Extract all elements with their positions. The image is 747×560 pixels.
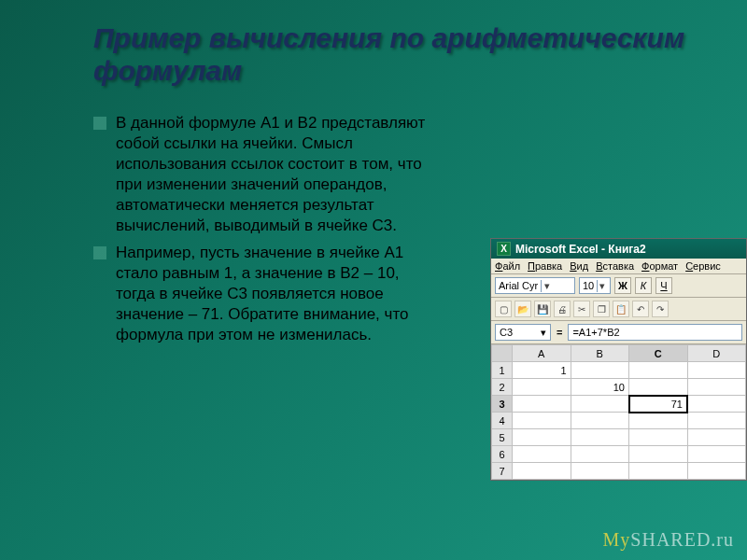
bullet-text: Например, пусть значение в ячейке А1 ста…: [116, 243, 430, 345]
cell[interactable]: [687, 362, 746, 379]
cell[interactable]: [571, 463, 629, 480]
paste-icon[interactable]: 📋: [613, 301, 629, 317]
formula-value: =A1+7*B2: [572, 327, 619, 338]
cell[interactable]: [687, 446, 746, 463]
copy-icon[interactable]: ❐: [593, 301, 610, 317]
watermark-my: My: [603, 529, 631, 550]
chevron-down-icon: ▾: [541, 327, 546, 339]
row-header[interactable]: 2: [492, 379, 513, 396]
cell[interactable]: [687, 396, 746, 413]
save-icon[interactable]: 💾: [534, 301, 551, 317]
slide-title: Пример вычисления по арифметическим форм…: [93, 22, 710, 87]
excel-formula-bar: C3 ▾ = =A1+7*B2: [491, 321, 746, 344]
bullet-item: Например, пусть значение в ячейке А1 ста…: [93, 243, 430, 345]
undo-icon[interactable]: ↶: [632, 301, 649, 317]
bullet-text: В данной формуле А1 и В2 представляют со…: [116, 113, 430, 237]
menu-view[interactable]: Вид: [570, 260, 588, 272]
new-icon[interactable]: ▢: [495, 301, 512, 317]
menu-format[interactable]: Формат: [641, 260, 678, 272]
cell[interactable]: [571, 362, 629, 379]
cell[interactable]: [513, 463, 571, 480]
underline-button[interactable]: Ч: [655, 277, 672, 294]
cell[interactable]: [513, 429, 571, 446]
cell[interactable]: 10: [571, 379, 629, 396]
italic-button[interactable]: К: [635, 277, 652, 294]
col-header-d[interactable]: D: [687, 345, 746, 362]
row-header[interactable]: 3: [492, 396, 513, 413]
cell-selected[interactable]: 71: [629, 396, 688, 413]
open-icon[interactable]: 📂: [514, 301, 531, 317]
cell[interactable]: [687, 463, 746, 480]
excel-window: X Microsoft Excel - Книга2 Файл Правка В…: [490, 238, 747, 481]
cell[interactable]: [629, 379, 688, 396]
cell[interactable]: 1: [513, 362, 571, 379]
redo-icon[interactable]: ↷: [652, 301, 669, 317]
cell[interactable]: [629, 446, 688, 463]
cell[interactable]: [571, 413, 629, 429]
excel-standard-toolbar: ▢ 📂 💾 🖨 ✂ ❐ 📋 ↶ ↷: [491, 298, 746, 321]
print-icon[interactable]: 🖨: [554, 301, 571, 317]
menu-edit[interactable]: Правка: [528, 260, 562, 272]
name-box[interactable]: C3 ▾: [495, 324, 551, 341]
select-all-corner[interactable]: [492, 345, 513, 362]
bullet-marker-icon: [93, 246, 106, 259]
watermark-rest: SHARED.ru: [630, 529, 734, 550]
cell[interactable]: [629, 362, 688, 379]
cell[interactable]: [629, 413, 688, 429]
excel-format-bar: Arial Cyr▾ 10▾ Ж К Ч: [491, 274, 746, 298]
cell[interactable]: [687, 379, 746, 396]
cell[interactable]: [629, 429, 688, 446]
col-header-b[interactable]: B: [571, 345, 629, 362]
excel-titlebar: X Microsoft Excel - Книга2: [491, 239, 746, 259]
row-header[interactable]: 4: [492, 413, 513, 429]
cell[interactable]: [571, 446, 629, 463]
col-header-a[interactable]: A: [513, 345, 571, 362]
chevron-down-icon: ▾: [541, 280, 552, 292]
cell[interactable]: [513, 446, 571, 463]
cell[interactable]: [629, 463, 688, 480]
cell[interactable]: [571, 429, 629, 446]
slide: Пример вычисления по арифметическим форм…: [0, 0, 747, 560]
cell[interactable]: [513, 396, 571, 413]
row-header[interactable]: 1: [492, 362, 513, 379]
menu-insert[interactable]: Вставка: [596, 260, 634, 272]
font-name-value: Arial Cyr: [499, 280, 538, 291]
watermark: MySHARED.ru: [603, 529, 734, 551]
cell[interactable]: [687, 429, 746, 446]
bullet-marker-icon: [93, 117, 106, 130]
row-header[interactable]: 5: [492, 429, 513, 446]
row-header[interactable]: 7: [492, 463, 513, 480]
font-size-value: 10: [583, 280, 594, 291]
equals-icon: =: [557, 327, 562, 338]
excel-app-icon: X: [497, 242, 511, 256]
menu-file[interactable]: Файл: [495, 260, 520, 272]
cut-icon[interactable]: ✂: [573, 301, 590, 317]
text-column: В данной формуле А1 и В2 представляют со…: [93, 113, 430, 351]
row-header[interactable]: 6: [492, 446, 513, 463]
excel-title: Microsoft Excel - Книга2: [515, 243, 646, 256]
col-header-c[interactable]: C: [629, 345, 688, 362]
font-name-combo[interactable]: Arial Cyr▾: [495, 277, 575, 294]
font-size-combo[interactable]: 10▾: [579, 277, 611, 294]
name-box-value: C3: [500, 327, 513, 338]
cell[interactable]: [513, 413, 571, 429]
excel-grid[interactable]: A B C D 1 1 2 10: [491, 344, 746, 480]
bold-button[interactable]: Ж: [614, 277, 631, 294]
formula-input[interactable]: =A1+7*B2: [568, 324, 742, 341]
cell[interactable]: [513, 379, 571, 396]
cell[interactable]: [687, 413, 746, 429]
bullet-item: В данной формуле А1 и В2 представляют со…: [93, 113, 430, 237]
menu-tools[interactable]: Сервис: [685, 260, 721, 272]
chevron-down-icon: ▾: [597, 280, 607, 292]
excel-menubar: Файл Правка Вид Вставка Формат Сервис: [491, 259, 746, 274]
cell[interactable]: [571, 396, 629, 413]
